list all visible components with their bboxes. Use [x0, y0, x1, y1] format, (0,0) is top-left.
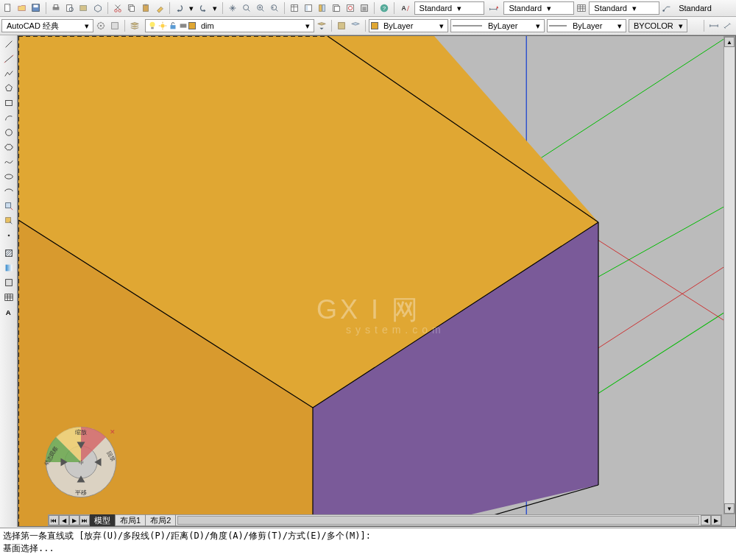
arc-icon[interactable] — [1, 110, 16, 125]
zoom-previous-icon[interactable] — [268, 1, 281, 15]
lineweight-dropdown[interactable]: ByLayer ▾ — [547, 19, 626, 32]
workspace-save-icon[interactable] — [108, 19, 121, 32]
help-icon[interactable]: ? — [378, 1, 391, 15]
workspace-label: AutoCAD 经典 — [4, 21, 62, 32]
table-icon[interactable] — [1, 290, 16, 305]
svg-rect-47 — [5, 101, 12, 106]
tool-palette-icon[interactable] — [316, 1, 329, 15]
svg-rect-34 — [112, 23, 118, 29]
dim-linear-icon[interactable] — [707, 19, 721, 32]
sheet-set-icon[interactable] — [330, 1, 343, 15]
print-preview-icon[interactable] — [63, 1, 77, 15]
linetype-dropdown[interactable]: ByLayer ▾ — [450, 19, 545, 32]
dim-aligned-icon[interactable] — [721, 19, 735, 32]
markup-icon[interactable] — [344, 1, 357, 15]
make-block-icon[interactable] — [1, 213, 16, 228]
svg-rect-30 — [578, 5, 586, 12]
multileader-style-dropdown[interactable]: Standard — [674, 1, 735, 15]
chevron-down-icon: ▾ — [615, 21, 624, 31]
plotstyle-label: BYCOLOR — [631, 21, 676, 30]
hatch-icon[interactable] — [1, 246, 16, 260]
workspace-dropdown[interactable]: AutoCAD 经典 ▾ — [1, 19, 93, 32]
undo-icon[interactable] — [173, 1, 186, 15]
dim-style-dropdown[interactable]: Standard▾ — [503, 1, 574, 15]
tab-first-icon[interactable]: ⏮ — [49, 515, 59, 525]
region-icon[interactable] — [1, 275, 16, 290]
hscroll-track[interactable] — [177, 516, 699, 525]
svg-rect-36 — [151, 27, 154, 29]
scroll-up-icon[interactable]: ▲ — [724, 37, 735, 47]
print-icon[interactable] — [49, 1, 63, 15]
tab-layout1[interactable]: 布局1 — [116, 514, 146, 527]
polygon-icon[interactable] — [1, 81, 16, 96]
scroll-left-icon[interactable]: ◀ — [701, 515, 711, 525]
point-icon[interactable] — [1, 228, 16, 243]
new-icon[interactable] — [1, 1, 15, 15]
redo-dropdown-icon[interactable]: ▾ — [210, 4, 219, 13]
svg-point-31 — [663, 10, 665, 12]
circle-icon[interactable] — [1, 125, 16, 140]
redo-icon[interactable] — [197, 1, 210, 15]
workspace-settings-icon[interactable] — [94, 19, 107, 32]
gradient-icon[interactable] — [1, 260, 16, 275]
spline-icon[interactable] — [1, 155, 16, 169]
cut-icon[interactable] — [111, 1, 124, 15]
ellipse-icon[interactable] — [1, 169, 16, 184]
ellipse-arc-icon[interactable] — [1, 184, 16, 199]
layer-previous-icon[interactable] — [315, 19, 328, 32]
mtext-icon[interactable]: A — [1, 305, 16, 319]
design-center-icon[interactable] — [302, 1, 315, 15]
zoom-window-icon[interactable] — [254, 1, 267, 15]
color-dropdown[interactable]: ByLayer ▾ — [369, 19, 448, 32]
revision-cloud-icon[interactable] — [1, 140, 16, 155]
zoom-realtime-icon[interactable] — [240, 1, 253, 15]
svg-rect-7 — [80, 6, 87, 11]
save-icon[interactable] — [29, 1, 43, 15]
layer-states-icon[interactable] — [335, 19, 348, 32]
quickcalc-icon[interactable] — [358, 1, 371, 15]
tab-model[interactable]: 模型 — [90, 514, 116, 527]
svg-point-49 — [4, 174, 13, 179]
model-viewport[interactable]: GX I 网 system.com 缩放 平移 动态观察 回放 中 ✕ ▲ — [18, 35, 736, 527]
tab-last-icon[interactable]: ⏭ — [79, 515, 90, 525]
layer-iso-icon[interactable] — [349, 19, 362, 32]
line-icon[interactable] — [1, 37, 16, 52]
table-style-dropdown[interactable]: Standard▾ — [589, 1, 659, 15]
vertical-scrollbar[interactable]: ▲ ▼ — [723, 36, 735, 514]
text-style-dropdown-1[interactable]: Standard▾ — [414, 1, 485, 15]
properties-icon[interactable] — [288, 1, 301, 15]
dim-style-icon[interactable] — [485, 1, 503, 15]
scroll-down-icon[interactable]: ▼ — [724, 503, 735, 514]
scroll-right-icon[interactable]: ▶ — [711, 515, 721, 525]
rectangle-icon[interactable] — [1, 96, 16, 110]
match-properties-icon[interactable] — [153, 1, 166, 15]
3d-icon[interactable] — [91, 1, 105, 15]
insert-block-icon[interactable] — [1, 199, 16, 213]
lightbulb-icon — [147, 21, 158, 31]
svg-rect-20 — [319, 5, 322, 12]
tab-next-icon[interactable]: ▶ — [69, 515, 79, 525]
copy-icon[interactable] — [125, 1, 138, 15]
undo-dropdown-icon[interactable]: ▾ — [187, 4, 196, 13]
command-history-line: 选择第一条直线或 [放弃(U)/多段线(P)/距离(D)/角度(A)/修剪(T)… — [3, 530, 733, 542]
navigation-wheel[interactable]: 缩放 平移 动态观察 回放 中 ✕ — [40, 422, 121, 503]
command-line[interactable]: 选择第一条直线或 [放弃(U)/多段线(P)/距离(D)/角度(A)/修剪(T)… — [0, 528, 736, 560]
pan-icon[interactable] — [226, 1, 239, 15]
construction-line-icon[interactable] — [1, 52, 16, 66]
layout-tabs-bar: ⏮ ◀ ▶ ⏭ 模型 布局1 布局2 ◀ ▶ — [48, 514, 722, 526]
svg-text:✕: ✕ — [110, 428, 116, 436]
table-style-icon[interactable] — [575, 1, 588, 15]
multileader-style-icon[interactable] — [660, 1, 673, 15]
tab-prev-icon[interactable]: ◀ — [59, 515, 69, 525]
svg-point-35 — [150, 22, 155, 27]
plotstyle-dropdown[interactable]: BYCOLOR ▾ — [629, 19, 687, 32]
text-style-icon[interactable]: A — [397, 1, 414, 15]
paste-icon[interactable] — [139, 1, 152, 15]
polyline-icon[interactable] — [1, 66, 16, 81]
publish-icon[interactable] — [77, 1, 91, 15]
layer-manager-icon[interactable] — [128, 19, 141, 32]
open-icon[interactable] — [15, 1, 29, 15]
tab-layout2[interactable]: 布局2 — [146, 514, 176, 527]
wheel-zoom-label: 缩放 — [75, 429, 87, 436]
layer-dropdown[interactable]: dim ▾ — [145, 19, 314, 32]
